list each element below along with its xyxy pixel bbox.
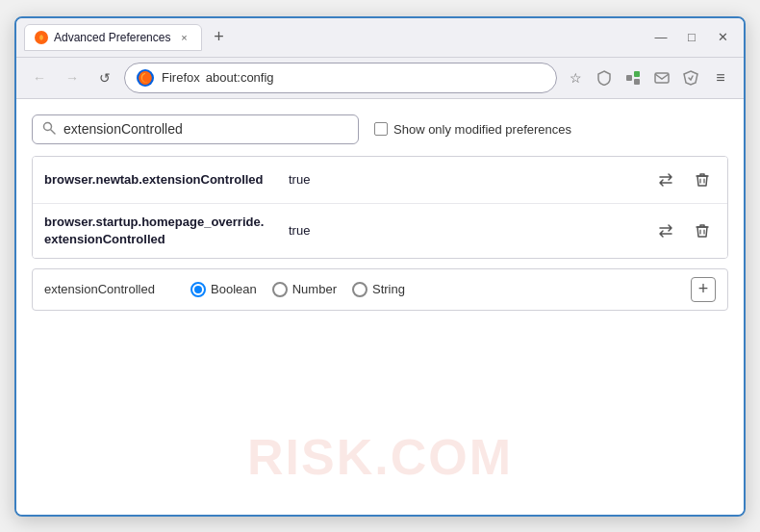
radio-boolean-circle[interactable] bbox=[190, 282, 206, 297]
svg-rect-3 bbox=[634, 71, 640, 77]
radio-string[interactable]: String bbox=[352, 282, 405, 297]
svg-point-6 bbox=[44, 122, 52, 130]
preferences-table: browser.newtab.extensionControlled true bbox=[32, 156, 728, 259]
pref-swap-button-1[interactable] bbox=[652, 166, 679, 193]
type-radio-group: Boolean Number String bbox=[190, 282, 405, 297]
trash-icon bbox=[695, 172, 710, 188]
browser-window: Advanced Preferences × + — □ ✕ ← → ↺ Fir… bbox=[14, 16, 746, 517]
swap-icon bbox=[657, 222, 674, 240]
radio-number-label: Number bbox=[292, 282, 337, 296]
svg-line-7 bbox=[51, 130, 55, 134]
radio-number[interactable]: Number bbox=[272, 282, 337, 297]
radio-string-label: String bbox=[372, 282, 405, 296]
pref-name-2: browser.startup.homepage_override. exten… bbox=[44, 214, 275, 248]
pref-delete-button-2[interactable] bbox=[689, 217, 716, 244]
table-row[interactable]: browser.startup.homepage_override. exten… bbox=[33, 204, 727, 258]
radio-string-circle[interactable] bbox=[352, 282, 367, 297]
show-modified-text: Show only modified preferences bbox=[393, 122, 571, 137]
pref-value-2: true bbox=[289, 223, 310, 238]
new-pref-name: extensionControlled bbox=[44, 282, 179, 296]
tab-title: Advanced Preferences bbox=[54, 31, 170, 44]
table-row[interactable]: browser.newtab.extensionControlled true bbox=[33, 157, 727, 204]
reload-button[interactable]: ↺ bbox=[91, 64, 118, 91]
pref-value-1: true bbox=[289, 172, 310, 187]
content-area: RISK.COM Show only modified preferences bbox=[16, 99, 744, 515]
close-button[interactable]: ✕ bbox=[709, 27, 736, 48]
tab-favicon bbox=[35, 31, 48, 44]
radio-boolean-label: Boolean bbox=[211, 282, 257, 296]
window-controls: — □ ✕ bbox=[647, 27, 736, 48]
svg-rect-5 bbox=[655, 73, 669, 83]
back-button[interactable]: ← bbox=[26, 64, 53, 91]
watermark: RISK.COM bbox=[247, 428, 513, 486]
radio-number-circle[interactable] bbox=[272, 282, 288, 297]
trash-icon bbox=[695, 223, 710, 239]
email-icon[interactable] bbox=[649, 65, 674, 90]
search-input[interactable] bbox=[63, 121, 348, 137]
pref-name-1: browser.newtab.extensionControlled bbox=[44, 172, 275, 187]
maximize-button[interactable]: □ bbox=[678, 27, 705, 48]
firefox-logo-icon bbox=[135, 67, 156, 89]
shield-icon[interactable] bbox=[592, 65, 617, 90]
pref-delete-button-1[interactable] bbox=[689, 166, 716, 193]
minimize-button[interactable]: — bbox=[647, 27, 674, 48]
swap-icon bbox=[657, 171, 674, 189]
search-icon bbox=[42, 121, 56, 138]
browser-name-label: Firefox bbox=[162, 70, 200, 85]
preference-search-box[interactable] bbox=[32, 114, 359, 144]
browser-tab[interactable]: Advanced Preferences × bbox=[24, 24, 202, 51]
add-preference-button[interactable]: + bbox=[691, 277, 716, 302]
pref-swap-button-2[interactable] bbox=[652, 217, 679, 244]
bookmark-icon[interactable]: ☆ bbox=[563, 65, 588, 90]
address-input[interactable] bbox=[206, 70, 546, 85]
tab-close-button[interactable]: × bbox=[176, 30, 191, 45]
navigation-bar: ← → ↺ Firefox ☆ bbox=[16, 58, 744, 99]
nav-icons-group: ☆ bbox=[563, 64, 734, 91]
show-modified-checkbox[interactable] bbox=[374, 122, 388, 136]
search-section: Show only modified preferences bbox=[32, 114, 728, 144]
account-icon[interactable] bbox=[678, 65, 703, 90]
address-bar[interactable]: Firefox bbox=[124, 63, 557, 93]
radio-boolean[interactable]: Boolean bbox=[190, 282, 257, 297]
new-tab-button[interactable]: + bbox=[206, 25, 231, 50]
svg-rect-4 bbox=[634, 79, 640, 85]
extension-icon[interactable] bbox=[621, 65, 646, 90]
forward-button[interactable]: → bbox=[59, 64, 86, 91]
show-modified-label[interactable]: Show only modified preferences bbox=[374, 122, 571, 137]
title-bar: Advanced Preferences × + — □ ✕ bbox=[16, 18, 744, 58]
svg-rect-2 bbox=[626, 75, 632, 81]
new-preference-row: extensionControlled Boolean Number Strin… bbox=[32, 268, 728, 311]
menu-button[interactable]: ≡ bbox=[707, 64, 734, 91]
